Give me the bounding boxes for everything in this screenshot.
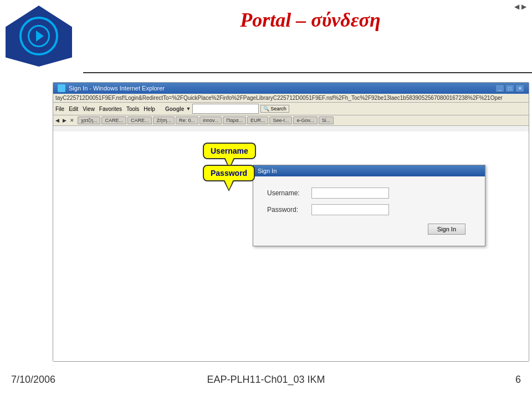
ie-icon (58, 84, 65, 92)
google-search-area: Google ▼ 🔍 Search (165, 104, 289, 114)
menu-view[interactable]: View (83, 106, 95, 112)
footer: 7/10/2006 EAP-PLH11-Ch01_03 IKM 6 (0, 364, 532, 395)
username-callout: Username (203, 143, 256, 159)
tab-innov[interactable]: innov... (200, 117, 222, 124)
footer-date: 7/10/2006 (11, 374, 55, 386)
username-label: Username: (267, 189, 311, 197)
forward-button[interactable]: ▶ (63, 118, 66, 123)
browser-tabs: ◀ ▶ ✕ χατζη... CARE... CARE... Ζήτη... R… (53, 115, 529, 126)
username-callout-text: Username (211, 146, 248, 155)
address-bar[interactable]: tayC225712D0051F9EF.nsf!Login&RedirectTo… (53, 94, 529, 103)
logo-circle-outer (19, 17, 58, 55)
reload-button[interactable]: ✕ (70, 118, 74, 123)
tab-si[interactable]: Si... (319, 117, 334, 124)
signin-actions: Sign In (267, 224, 471, 235)
password-row: Password: (267, 204, 471, 215)
menu-tools[interactable]: Tools (126, 106, 139, 112)
menu-favorites[interactable]: Favorites (99, 106, 122, 112)
nav-arrows[interactable]: ◀ ▶ (514, 3, 526, 11)
minimize-button[interactable]: _ (495, 84, 504, 92)
browser-window: Sign In - Windows Internet Explorer _ □ … (53, 82, 529, 362)
tab-para[interactable]: Παρα... (223, 117, 246, 124)
maximize-button[interactable]: □ (505, 84, 514, 92)
tab-xatzi[interactable]: χατζη... (78, 117, 100, 124)
signin-title: Sign In (258, 168, 277, 174)
browser-toolbar: File Edit View Favorites Tools Help Goog… (53, 103, 529, 115)
username-input[interactable] (311, 188, 389, 199)
username-row: Username: (267, 188, 471, 199)
menu-file[interactable]: File (55, 106, 64, 112)
signin-titlebar: Sign In (253, 165, 485, 176)
menu-help[interactable]: Help (144, 106, 155, 112)
footer-page-number: 6 (515, 374, 521, 386)
footer-course: EAP-PLH11-Ch01_03 IKM (207, 374, 325, 386)
tab-egov[interactable]: e-Gov... (293, 117, 317, 124)
signin-dialog: Sign In Username: Password: Sign In (253, 165, 485, 246)
logo-play-icon (36, 31, 44, 42)
address-text: tayC225712D0051F9EF.nsf!Login&RedirectTo… (55, 95, 503, 101)
google-search-input[interactable] (192, 104, 259, 114)
password-callout-text: Password (211, 169, 247, 178)
prev-arrow[interactable]: ◀ (514, 3, 519, 11)
search-icon: 🔍 (263, 106, 269, 112)
window-controls[interactable]: _ □ ✕ (495, 84, 524, 92)
header: Portal – σύνδεση ◀ ▶ (0, 0, 532, 78)
tab-re0[interactable]: Re: 0... (176, 117, 198, 124)
logo (6, 6, 78, 72)
google-label: Google (165, 106, 184, 112)
tab-care2[interactable]: CARE... (127, 117, 152, 124)
signin-body: Username: Password: Sign In (253, 176, 485, 246)
browser-title: Sign In - Windows Internet Explorer (69, 85, 165, 92)
header-divider (83, 72, 532, 73)
page-title: Portal – σύνδεση (89, 8, 532, 32)
tab-eur[interactable]: EUR... (247, 117, 269, 124)
tab-seei[interactable]: See-I... (269, 117, 292, 124)
sign-in-button[interactable]: Sign In (428, 224, 466, 235)
password-callout: Password (203, 165, 255, 181)
tab-care1[interactable]: CARE... (101, 117, 126, 124)
logo-circle-inner (28, 25, 50, 47)
next-arrow[interactable]: ▶ (521, 3, 526, 11)
search-button[interactable]: 🔍 Search (260, 105, 289, 113)
password-label: Password: (267, 206, 311, 214)
google-dropdown-icon[interactable]: ▼ (186, 106, 191, 112)
password-input[interactable] (311, 204, 389, 215)
browser-content: Username Password Sign In Username: Pass… (53, 131, 529, 361)
logo-diamond (6, 6, 72, 67)
back-button[interactable]: ◀ (55, 118, 59, 123)
close-button[interactable]: ✕ (515, 84, 524, 92)
menu-edit[interactable]: Edit (69, 106, 78, 112)
tab-ziti[interactable]: Ζήτη... (153, 117, 175, 124)
browser-titlebar: Sign In - Windows Internet Explorer _ □ … (53, 83, 529, 94)
